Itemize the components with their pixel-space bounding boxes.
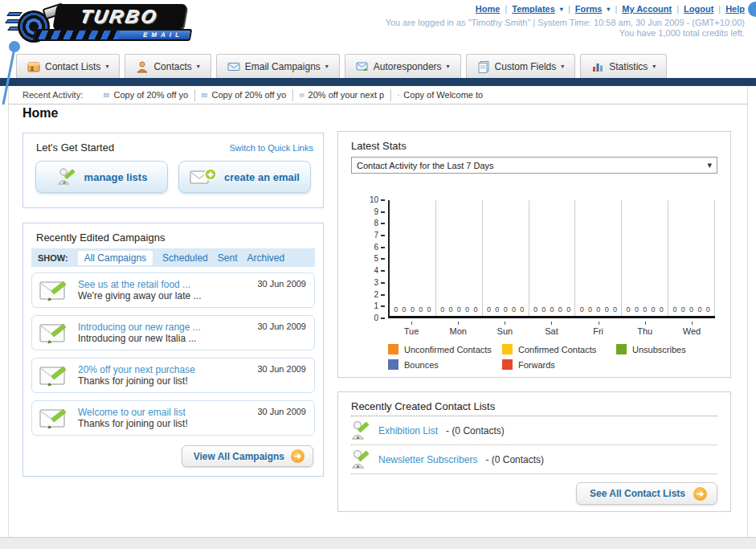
nav-link-templates[interactable]: Templates xyxy=(512,4,555,14)
contact-list-row[interactable]: Exhibition List - (0 Contacts) xyxy=(351,416,717,445)
recent-activity-text: 20% off your next p xyxy=(309,90,385,100)
tab-statistics[interactable]: Statistics ▾ xyxy=(580,54,667,78)
x-axis-label: Mon xyxy=(435,324,481,336)
create-email-button[interactable]: create an email xyxy=(178,161,311,193)
contact-list-link[interactable]: Newsletter Subscribers xyxy=(378,454,477,465)
campaign-row[interactable]: Introducing our new range ... Introducin… xyxy=(31,315,315,350)
campaign-row[interactable]: Welcome to our email list Thanks for joi… xyxy=(31,400,315,436)
person-pencil-icon xyxy=(351,449,370,470)
nav-link-my-account[interactable]: My Account xyxy=(622,4,672,14)
data-point-value: 0 xyxy=(440,305,444,313)
data-point-value: 0 xyxy=(541,305,546,313)
tab-contacts[interactable]: Contacts ▾ xyxy=(125,54,210,78)
legend-item: Unconfirmed Contacts xyxy=(388,344,502,354)
chart-day-column: 00000 xyxy=(575,200,622,316)
data-point-value: 0 xyxy=(588,305,592,313)
nav-link-forms[interactable]: Forms xyxy=(575,4,603,14)
navy-divider-bar xyxy=(0,78,756,86)
chevron-down-icon: ▾ xyxy=(561,63,564,70)
chevron-down-icon: ▾ xyxy=(197,63,200,70)
y-tick-label: 8 xyxy=(374,219,385,227)
nav-link-help[interactable]: Help xyxy=(725,4,745,14)
envelope-icon xyxy=(300,92,304,99)
main-nav-tabs: Contact Lists ▾ Contacts ▾ Email Campaig… xyxy=(16,54,756,78)
help-bubble-icon[interactable] xyxy=(748,2,756,17)
see-all-contact-lists-label: See All Contact Lists xyxy=(590,488,685,499)
filter-scheduled[interactable]: Scheduled xyxy=(162,252,208,264)
recent-activity-item[interactable]: Copy of 20% off yo xyxy=(195,89,293,101)
manage-lists-label: manage lists xyxy=(84,171,148,183)
logo-stripes xyxy=(35,31,120,39)
data-point-value: 0 xyxy=(605,305,609,313)
contact-lists-panel: Recently Created Contact Lists Exhibitio… xyxy=(337,391,731,512)
y-tick-label: 2 xyxy=(374,291,385,299)
chart-day-column: 00000 xyxy=(390,200,436,316)
bar-chart-icon xyxy=(591,60,604,73)
contact-list-row[interactable]: Newsletter Subscribers - (0 Contacts) xyxy=(351,445,717,474)
y-tick-label: 10 xyxy=(370,196,385,204)
data-point-value: 0 xyxy=(672,305,676,313)
legend-swatch xyxy=(388,344,398,354)
campaign-row[interactable]: See us at the retail food ... We're givi… xyxy=(31,272,315,308)
chart-day-column: 00000 xyxy=(529,200,576,316)
legend-swatch xyxy=(616,344,627,354)
data-point-value: 0 xyxy=(533,305,537,313)
switch-to-quick-links[interactable]: Switch to Quick Links xyxy=(229,143,313,153)
x-axis-label: Fri xyxy=(575,324,622,336)
chevron-down-icon: ▾ xyxy=(105,63,108,70)
filter-archived[interactable]: Archived xyxy=(247,252,284,264)
logo-flame-icon xyxy=(6,12,22,16)
data-point-values: 00000 xyxy=(529,305,575,313)
view-all-campaigns-button[interactable]: View All Campaigns xyxy=(182,445,313,467)
nav-separator xyxy=(676,4,679,14)
data-point-value: 0 xyxy=(652,305,656,313)
nav-link-home[interactable]: Home xyxy=(476,4,501,14)
campaign-date: 30 Jun 2009 xyxy=(257,322,306,331)
chevron-down-icon: ▾ xyxy=(607,6,610,13)
legend-swatch xyxy=(502,359,513,370)
envelope-plus-icon xyxy=(190,167,217,186)
nav-link-logout[interactable]: Logout xyxy=(684,4,713,14)
legend-label: Bounces xyxy=(404,360,439,370)
recent-activity-item[interactable]: Copy of Welcome to xyxy=(391,89,489,101)
stats-period-select[interactable]: Contact Activity for the Last 7 Days xyxy=(351,157,717,174)
data-point-values: 00000 xyxy=(668,305,714,313)
data-point-value: 0 xyxy=(473,305,477,313)
person-pencil-icon xyxy=(56,167,77,186)
manage-lists-button[interactable]: manage lists xyxy=(35,161,168,193)
contact-lists-body: Exhibition List - (0 Contacts) Newslette… xyxy=(351,416,717,474)
data-point-value: 0 xyxy=(419,305,423,313)
get-started-buttons: manage lists create an email xyxy=(35,161,311,193)
envelope-pencil-icon xyxy=(39,406,70,430)
x-axis-label: Tue xyxy=(388,324,435,336)
data-point-values: 00000 xyxy=(436,305,482,313)
campaign-row[interactable]: 20% off your next purchase Thanks for jo… xyxy=(31,358,315,393)
footer-strip xyxy=(0,537,756,549)
tab-contact-lists[interactable]: Contact Lists ▾ xyxy=(16,54,120,78)
arrow-right-icon xyxy=(291,449,304,463)
data-point-value: 0 xyxy=(550,305,554,313)
recent-activity-item[interactable]: Copy of 20% off yo xyxy=(97,89,195,101)
login-info-text: You are logged in as "Timothy Smith" | S… xyxy=(386,18,745,27)
tab-label: Statistics xyxy=(609,61,648,72)
envelope-icon xyxy=(227,60,240,73)
data-point-value: 0 xyxy=(681,305,685,313)
filter-sent[interactable]: Sent xyxy=(218,252,238,264)
content-left-border xyxy=(8,86,9,537)
recent-campaigns-title: Recently Edited Campaigns xyxy=(36,231,165,244)
tab-email-campaigns[interactable]: Email Campaigns ▾ xyxy=(216,54,340,78)
legend-item: Forwards xyxy=(502,359,616,370)
nav-separator xyxy=(615,4,617,14)
see-all-contact-lists-button[interactable]: See All Contact Lists xyxy=(576,482,717,505)
filter-all-campaigns[interactable]: All Campaigns xyxy=(78,251,153,265)
tab-custom-fields[interactable]: Custom Fields ▾ xyxy=(466,54,576,78)
content-right-border xyxy=(747,86,748,537)
legend-swatch xyxy=(388,359,398,370)
recent-activity-text: Copy of Welcome to xyxy=(403,90,483,100)
contact-list-link[interactable]: Exhibition List xyxy=(378,425,438,436)
recent-activity-item[interactable]: 20% off your next p xyxy=(293,89,391,101)
tab-label: Contact Lists xyxy=(45,61,100,72)
y-tick-label: 3 xyxy=(374,279,385,287)
envelope-icon xyxy=(104,92,109,99)
tab-autoresponders[interactable]: Autoresponders ▾ xyxy=(345,54,461,78)
